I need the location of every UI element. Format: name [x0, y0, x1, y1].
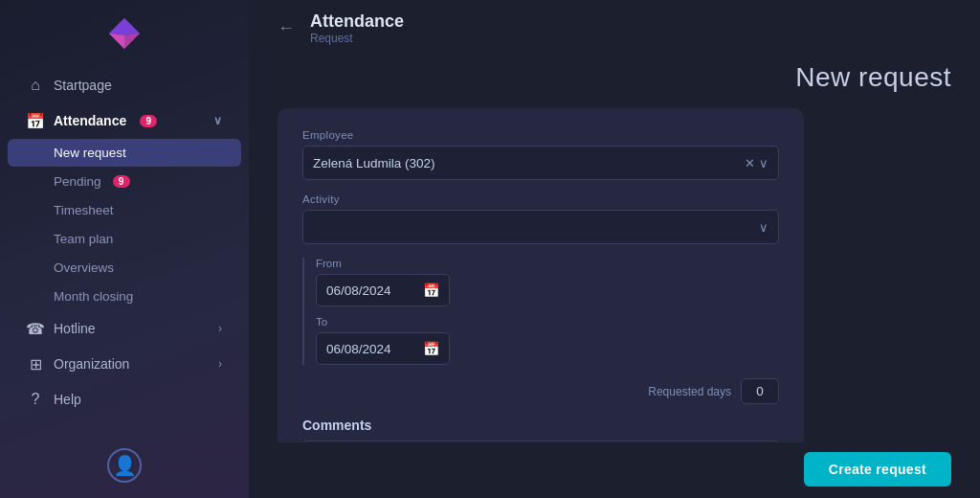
back-button[interactable]: ←: [272, 16, 301, 40]
chevron-right-icon: ›: [218, 322, 222, 335]
sidebar-item-attendance[interactable]: 📅 Attendance 9 ∨: [8, 103, 241, 138]
clear-icon[interactable]: ✕: [745, 156, 755, 170]
sidebar-item-startpage[interactable]: ⌂ Startpage: [8, 68, 241, 102]
requested-days-row: Requested days 0: [302, 378, 779, 404]
home-icon: ⌂: [27, 77, 44, 94]
sidebar-item-hotline[interactable]: ☎ Hotline ›: [8, 311, 241, 346]
sidebar-item-overviews[interactable]: Overviews: [8, 254, 241, 282]
sidebar-item-month-closing[interactable]: Month closing: [8, 283, 241, 310]
sidebar-item-new-request[interactable]: New request: [8, 139, 241, 167]
calendar-icon-from[interactable]: 📅: [423, 283, 439, 298]
page-heading: New request: [278, 62, 951, 93]
team-plan-label: Team plan: [54, 232, 113, 246]
svg-marker-1: [109, 18, 140, 35]
activity-dropdown-icon[interactable]: ∨: [759, 220, 768, 235]
startpage-label: Startpage: [54, 78, 112, 93]
timesheet-label: Timesheet: [54, 203, 114, 217]
pending-label: Pending: [54, 174, 101, 189]
requested-days-label: Requested days: [648, 385, 731, 398]
comments-label: Comments: [302, 418, 779, 433]
sidebar-item-help[interactable]: ? Help: [8, 382, 241, 417]
from-to-group: From 06/08/2024 📅 To 06/08/2024 📅: [302, 258, 779, 365]
sidebar-item-pending[interactable]: Pending 9: [8, 168, 241, 195]
hotline-icon: ☎: [27, 320, 44, 337]
attendance-subnav: New request Pending 9 Timesheet Team pla…: [0, 139, 249, 310]
dropdown-chevron-icon[interactable]: ∨: [759, 156, 768, 170]
topbar-subtitle: Request: [310, 32, 404, 45]
calendar-icon-to[interactable]: 📅: [423, 341, 439, 356]
sidebar-item-organization[interactable]: ⊞ Organization ›: [8, 347, 241, 381]
organization-icon: ⊞: [27, 355, 44, 373]
app-logo: [105, 14, 144, 53]
comments-field: Comments: [302, 418, 779, 442]
from-date-row: 06/08/2024 📅: [316, 274, 779, 306]
form-card: Employee Zelená Ludmila (302) ✕ ∨ Activi…: [278, 108, 804, 442]
to-date-input[interactable]: 06/08/2024 📅: [316, 332, 450, 365]
from-label: From: [316, 258, 779, 269]
to-date-value: 06/08/2024: [326, 342, 423, 356]
create-request-button[interactable]: Create request: [804, 452, 951, 487]
pending-badge: 9: [113, 175, 130, 188]
employee-field: Employee Zelená Ludmila (302) ✕ ∨: [302, 129, 779, 180]
topbar: ← Attendance Request: [249, 0, 980, 53]
avatar-icon: 👤: [113, 454, 137, 477]
sidebar: ⌂ Startpage 📅 Attendance 9 ∨ New request…: [0, 0, 249, 498]
activity-input-wrapper[interactable]: ∨: [302, 210, 779, 244]
sidebar-bottom: 👤: [0, 437, 249, 498]
employee-input-wrapper[interactable]: Zelená Ludmila (302) ✕ ∨: [302, 146, 779, 180]
hotline-label: Hotline: [54, 321, 96, 336]
chevron-down-icon: ∨: [213, 114, 222, 127]
svg-marker-2: [109, 34, 124, 49]
sidebar-item-timesheet[interactable]: Timesheet: [8, 196, 241, 224]
content-area: New request Employee Zelená Ludmila (302…: [249, 53, 980, 442]
to-date-row: 06/08/2024 📅: [316, 332, 779, 365]
activity-label: Activity: [302, 193, 779, 205]
from-date-value: 06/08/2024: [326, 283, 423, 298]
attendance-label: Attendance: [54, 113, 126, 128]
main-nav: ⌂ Startpage 📅 Attendance 9 ∨ New request…: [0, 67, 249, 437]
attendance-badge: 9: [140, 115, 157, 127]
requested-days-value: 0: [741, 378, 779, 404]
topbar-title: Attendance: [310, 11, 404, 32]
activity-field: Activity ∨: [302, 193, 779, 244]
chevron-right-icon2: ›: [218, 357, 222, 371]
help-icon: ?: [27, 391, 44, 408]
month-closing-label: Month closing: [54, 289, 133, 304]
from-date-input[interactable]: 06/08/2024 📅: [316, 274, 450, 306]
logo-area: [0, 0, 249, 67]
topbar-title-group: Attendance Request: [310, 11, 404, 45]
new-request-label: New request: [54, 146, 126, 160]
employee-label: Employee: [302, 129, 779, 141]
main-content: ← Attendance Request New request Employe…: [249, 0, 980, 498]
sidebar-item-team-plan[interactable]: Team plan: [8, 225, 241, 253]
attendance-icon: 📅: [27, 112, 44, 129]
bottom-bar: Create request: [249, 442, 980, 498]
user-avatar[interactable]: 👤: [107, 448, 142, 483]
employee-value: Zelená Ludmila (302): [313, 156, 745, 170]
organization-label: Organization: [54, 356, 129, 372]
to-label: To: [316, 316, 779, 328]
help-label: Help: [54, 392, 81, 407]
overviews-label: Overviews: [54, 260, 114, 275]
